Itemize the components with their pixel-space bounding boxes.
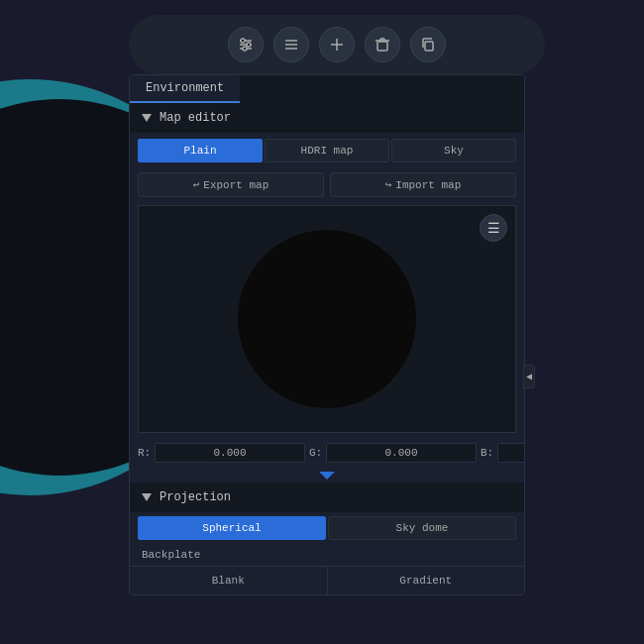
projection-row: Spherical Sky dome xyxy=(130,512,524,544)
svg-rect-16 xyxy=(425,42,433,51)
bottom-tabs: Blank Gradient xyxy=(130,566,524,594)
map-editor-collapse-icon xyxy=(142,114,152,122)
sky-button[interactable]: Sky xyxy=(391,139,516,162)
g-input[interactable] xyxy=(326,443,477,463)
map-editor-label: Map editor xyxy=(160,111,231,125)
sidebar-arrow-icon: ◀ xyxy=(526,371,532,382)
main-panel: Environment Map editor Plain HDRI map Sk… xyxy=(129,74,525,595)
plain-button[interactable]: Plain xyxy=(138,139,263,162)
gradient-tab[interactable]: Gradient xyxy=(328,567,525,594)
export-map-button[interactable]: ↩ Export map xyxy=(138,172,324,197)
list-button[interactable] xyxy=(273,27,309,62)
adjust-button[interactable] xyxy=(228,27,264,62)
svg-rect-11 xyxy=(377,42,387,51)
dropdown-arrow-icon xyxy=(319,472,335,480)
svg-point-5 xyxy=(243,47,247,51)
svg-point-3 xyxy=(247,43,251,47)
hdri-map-button[interactable]: HDRI map xyxy=(265,139,389,162)
copy-button[interactable] xyxy=(410,27,446,62)
g-field: G: xyxy=(309,443,477,463)
export-map-label: Export map xyxy=(203,179,268,191)
rgb-row: R: G: B: xyxy=(130,437,524,469)
import-map-label: Import map xyxy=(395,179,461,191)
add-button[interactable] xyxy=(319,27,355,62)
backplate-label: Backplate xyxy=(142,549,200,561)
type-selector: Plain HDRI map Sky xyxy=(130,133,524,168)
export-arrow-icon: ↩ xyxy=(193,178,200,191)
delete-button[interactable] xyxy=(365,27,400,62)
sky-dome-button[interactable]: Sky dome xyxy=(328,516,516,540)
export-import-row: ↩ Export map ↪ Import map xyxy=(130,168,524,201)
tab-environment[interactable]: Environment xyxy=(130,75,240,103)
r-input[interactable] xyxy=(155,443,305,463)
tab-bar: Environment xyxy=(130,75,524,103)
svg-point-1 xyxy=(241,39,245,43)
spherical-button[interactable]: Spherical xyxy=(138,516,326,540)
map-canvas: ☰ xyxy=(138,205,516,433)
canvas-menu-button[interactable]: ☰ xyxy=(480,214,507,242)
projection-header: Projection xyxy=(130,483,524,512)
b-label: B: xyxy=(481,447,494,459)
projection-label: Projection xyxy=(160,490,231,504)
b-input[interactable] xyxy=(497,443,525,463)
import-map-button[interactable]: ↪ Import map xyxy=(330,172,516,197)
import-arrow-icon: ↪ xyxy=(385,178,392,191)
sphere-preview xyxy=(238,230,416,408)
backplate-row: Backplate xyxy=(130,544,524,566)
map-editor-header: Map editor xyxy=(130,103,524,133)
top-toolbar xyxy=(129,15,545,74)
sidebar-toggle-button[interactable]: ◀ xyxy=(523,365,535,388)
b-field: B: xyxy=(481,443,525,463)
blank-tab[interactable]: Blank xyxy=(130,567,328,594)
r-field: R: xyxy=(138,443,305,463)
dropdown-row xyxy=(130,469,524,483)
projection-collapse-icon xyxy=(142,493,152,501)
g-label: G: xyxy=(309,447,323,459)
r-label: R: xyxy=(138,447,152,459)
